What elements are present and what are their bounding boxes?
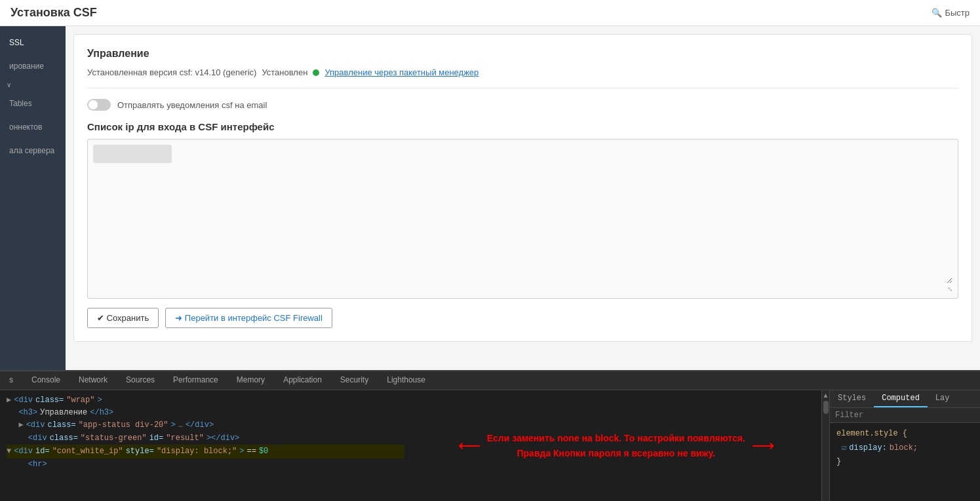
search-label: Быстр — [945, 8, 970, 18]
devtools-left: ▶ <div class="wrap" > <h3>Управление</h3… — [0, 390, 821, 501]
devtools-tab-lighthouse[interactable]: Lighthouse — [378, 371, 435, 390]
manage-link[interactable]: Управление через пакетный менеджер — [324, 67, 479, 77]
code-line-6: <hr> — [7, 458, 404, 471]
save-button[interactable]: ✔ Сохранить — [87, 308, 159, 328]
styles-rule-close: } — [836, 455, 973, 470]
annotation-area: ⟵ Если заменить none на block. То настро… — [411, 390, 822, 501]
toggle-row: Отправлять уведомления csf на email — [87, 99, 958, 111]
sidebar-item-label: оннектов — [9, 122, 42, 132]
chevron-down-icon: ∨ — [7, 81, 11, 88]
arrow-left-icon: ⟵ — [458, 437, 480, 455]
annotation-text: Если заменить none на block. То настройк… — [487, 431, 745, 460]
code-line-1: ▶ <div class="wrap" > — [7, 394, 404, 407]
search-area[interactable]: 🔍 Быстр — [931, 8, 970, 18]
management-title: Управление — [87, 48, 958, 60]
devtools-tab-console[interactable]: Console — [22, 371, 69, 390]
devtools-tab-memory[interactable]: Memory — [227, 371, 274, 390]
devtools-scrollbar: ▲ — [821, 390, 829, 501]
ip-textarea-wrapper: ⤡ — [87, 139, 958, 299]
devtools-tab-application[interactable]: Application — [274, 371, 331, 390]
sidebar-chevron[interactable]: ∨ — [0, 79, 66, 91]
styles-filter: Filter — [830, 408, 980, 423]
styles-tab-styles[interactable]: Styles — [830, 390, 874, 407]
sidebar-item-connectors[interactable]: оннектов — [3, 117, 63, 137]
search-icon: 🔍 — [931, 8, 942, 18]
ip-input-box — [93, 145, 172, 163]
divider-1 — [87, 88, 958, 88]
sidebar: SSL ирование ∨ Tables оннектов ала серве… — [0, 26, 66, 370]
devtools-panel: s Console Network Sources Performance Me… — [0, 370, 980, 501]
sidebar-item-label: Tables — [9, 99, 32, 108]
sidebar-item-label: ала сервера — [9, 146, 54, 155]
ip-list-title: Список ip для входа в CSF интерфейс — [87, 121, 958, 132]
scroll-up-icon[interactable]: ▲ — [823, 392, 829, 399]
version-line: Установленная версия csf: v14.10 (generi… — [87, 67, 958, 77]
devtools-tab-elements[interactable]: s — [0, 371, 22, 390]
sidebar-item-server-log[interactable]: ала сервера — [3, 141, 63, 160]
installed-label: Установлен — [262, 67, 307, 77]
styles-rule-element: element.style { ☑ display: block; } — [830, 423, 980, 473]
sidebar-item-monitoring[interactable]: ирование — [3, 56, 63, 76]
devtools-code-view: ▶ <div class="wrap" > <h3>Управление</h3… — [0, 390, 411, 501]
devtools-tab-network[interactable]: Network — [69, 371, 117, 390]
ip-textarea[interactable] — [93, 166, 952, 284]
version-text: Установленная версия csf: v14.10 (generi… — [87, 67, 256, 77]
status-dot — [313, 69, 319, 76]
arrow-right-icon: ⟶ — [752, 437, 774, 455]
styles-panel-tabs: Styles Computed Lay — [830, 390, 980, 408]
resize-handle: ⤡ — [93, 286, 952, 293]
sidebar-item-label: ирование — [9, 62, 44, 71]
content-area: Управление Установленная версия csf: v14… — [66, 26, 980, 370]
main-layout: SSL ирование ∨ Tables оннектов ала серве… — [0, 26, 980, 370]
styles-selector: element.style { — [836, 427, 973, 441]
expand-icon-3[interactable]: ▶ — [18, 419, 23, 432]
code-line-2: <h3>Управление</h3> — [7, 407, 404, 419]
property-checkbox[interactable]: ☑ — [842, 441, 846, 456]
devtools-tab-performance[interactable]: Performance — [164, 371, 227, 390]
sidebar-item-ssl[interactable]: SSL — [3, 33, 63, 52]
devtools-tabs: s Console Network Sources Performance Me… — [0, 371, 980, 390]
page-title: Установка CSF — [10, 6, 97, 20]
styles-tab-layout[interactable]: Lay — [928, 390, 958, 407]
sidebar-item-label: SSL — [9, 38, 24, 47]
top-bar: Установка CSF 🔍 Быстр — [0, 0, 980, 26]
code-line-4: <div class="status-green" id="result" ><… — [7, 432, 404, 445]
devtools-styles-panel: Styles Computed Lay Filter element.style… — [829, 390, 980, 501]
firewall-button[interactable]: ➜ Перейти в интерфейс CSF Firewall — [165, 308, 332, 328]
devtools-tab-sources[interactable]: Sources — [117, 371, 164, 390]
devtools-body: ▶ <div class="wrap" > <h3>Управление</h3… — [0, 390, 980, 501]
code-line-5: ▼ <div id="cont_white_ip" style="display… — [7, 445, 404, 458]
email-notifications-toggle[interactable] — [87, 99, 111, 111]
scrollbar-thumb[interactable] — [823, 401, 829, 414]
expand-icon-5[interactable]: ▼ — [7, 445, 11, 458]
expand-icon-1[interactable]: ▶ — [7, 394, 11, 407]
toggle-label: Отправлять уведомления csf на email — [117, 100, 267, 110]
management-section: Управление Установленная версия csf: v14… — [73, 34, 972, 342]
styles-tab-computed[interactable]: Computed — [874, 390, 928, 407]
sidebar-item-tables[interactable]: Tables — [3, 94, 63, 113]
button-row: ✔ Сохранить ➜ Перейти в интерфейс CSF Fi… — [87, 308, 958, 328]
styles-property-row: ☑ display: block; — [836, 441, 973, 456]
code-line-3: ▶ <div class="app-status div-20" >…</div… — [7, 419, 404, 432]
devtools-tab-security[interactable]: Security — [331, 371, 378, 390]
